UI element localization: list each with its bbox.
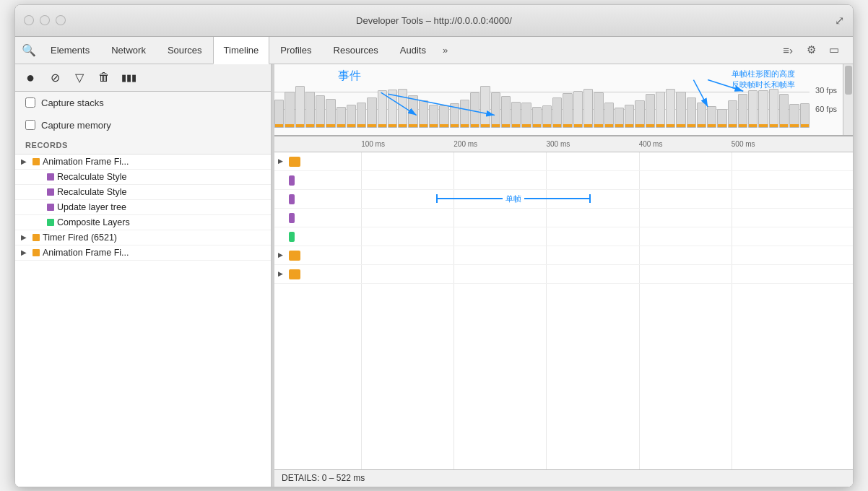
record-color-swatch <box>32 249 40 256</box>
record-label: Recalculate Style <box>57 172 261 182</box>
more-tabs-button[interactable]: » <box>437 37 453 64</box>
ruler-tick-500ms: 500 ms <box>732 140 755 148</box>
record-item[interactable]: Recalculate Style <box>15 185 271 200</box>
settings-icon[interactable]: ⚙ <box>801 40 821 60</box>
ruler-tick-200ms: 200 ms <box>453 140 477 148</box>
record-label: Timer Fired (6521) <box>43 233 261 243</box>
main-content: ● ⊘ ▽ 🗑 ▮▮▮ Capture stacks Capture memor… <box>15 64 853 487</box>
capture-memory-checkbox[interactable] <box>25 120 35 130</box>
minimize-button[interactable] <box>40 15 50 25</box>
record-button[interactable]: ● <box>22 69 38 85</box>
dock-icon[interactable]: ▭ <box>824 40 844 60</box>
single-frame-bracket: 单帧 <box>436 194 591 204</box>
timeline-row <box>274 227 853 246</box>
capture-stacks-row: Capture stacks <box>15 92 271 114</box>
record-item[interactable]: ▶ Animation Frame Fi... <box>15 155 271 170</box>
record-label: Animation Frame Fi... <box>43 157 261 167</box>
expand-arrow-icon: ▶ <box>21 248 30 256</box>
expand-icon[interactable]: ⤢ <box>835 14 844 27</box>
navbar: 🔍 Elements Network Sources Timeline Prof… <box>15 37 853 64</box>
row-expand-icon[interactable]: ▶ <box>274 157 286 165</box>
status-bar: DETAILS: 0 – 522 ms <box>274 469 853 487</box>
tab-elements[interactable]: Elements <box>40 37 100 64</box>
record-label: Update layer tree <box>57 202 261 212</box>
frame-bars <box>274 68 810 128</box>
record-label: Composite Layers <box>57 217 261 227</box>
record-label: Recalculate Style <box>57 187 261 197</box>
ruler-tick-400ms: 400 ms <box>639 140 663 148</box>
window-controls <box>24 15 66 25</box>
record-label: Animation Frame Fi... <box>43 248 261 258</box>
capture-stacks-checkbox[interactable] <box>25 97 35 108</box>
toolbar: ● ⊘ ▽ 🗑 ▮▮▮ <box>15 64 271 92</box>
timeline-ruler: 100 ms 200 ms 300 ms 400 ms 500 ms <box>274 136 853 152</box>
timeline-header: 30 fps 60 fps 单帧柱形图的高度 反映帧时长和帧率 事件 <box>274 64 853 136</box>
records-header: RECORDS <box>15 136 271 155</box>
close-button[interactable] <box>24 15 34 25</box>
tab-network[interactable]: Network <box>100 37 157 64</box>
record-color-swatch <box>47 188 54 196</box>
record-item[interactable]: Recalculate Style <box>15 170 271 185</box>
row-expand-icon[interactable]: ▶ <box>274 270 286 277</box>
record-color-swatch <box>47 173 54 181</box>
expand-arrow-icon: ▶ <box>21 157 30 165</box>
nav-icons: ≡› ⚙ ▭ <box>778 37 850 64</box>
record-item[interactable]: Update layer tree <box>15 200 271 215</box>
devtools-window: Developer Tools – http://0.0.0.0:4000/ ⤢… <box>14 4 854 487</box>
timeline-records: ▶ 单帧 <box>274 152 853 469</box>
console-icon[interactable]: ≡› <box>778 40 798 60</box>
fps-30-label: 30 fps <box>815 86 837 95</box>
tab-resources[interactable]: Resources <box>323 37 389 64</box>
record-color-swatch <box>47 204 54 211</box>
record-item[interactable]: Composite Layers <box>15 215 271 230</box>
tab-profiles[interactable]: Profiles <box>269 37 322 64</box>
tab-timeline[interactable]: Timeline <box>213 37 270 64</box>
ruler-tick-100ms: 100 ms <box>361 140 385 148</box>
timeline-row: 单帧 <box>274 190 853 209</box>
tab-audits[interactable]: Audits <box>389 37 437 64</box>
capture-memory-row: Capture memory <box>15 114 271 136</box>
search-icon[interactable]: 🔍 <box>18 37 40 64</box>
expand-arrow-icon: ▶ <box>21 233 30 241</box>
timeline-row <box>274 171 853 190</box>
timeline-row: ▶ <box>274 265 853 284</box>
timeline-row: ▶ <box>274 246 853 265</box>
record-color-swatch <box>32 158 40 165</box>
timeline-row <box>274 209 853 227</box>
timeline-bar <box>289 175 295 186</box>
timeline-bar <box>289 269 300 279</box>
record-color-swatch <box>47 219 54 226</box>
tab-sources[interactable]: Sources <box>157 37 213 64</box>
stop-button[interactable]: ⊘ <box>47 69 63 85</box>
left-panel: ● ⊘ ▽ 🗑 ▮▮▮ Capture stacks Capture memor… <box>15 64 272 487</box>
capture-memory-label: Capture memory <box>41 120 111 131</box>
single-frame-label: 单帧 <box>503 194 524 204</box>
delete-button[interactable]: 🗑 <box>96 69 112 85</box>
window-title: Developer Tools – http://0.0.0.0:4000/ <box>356 15 512 26</box>
filter-button[interactable]: ▽ <box>71 69 87 85</box>
row-expand-icon[interactable]: ▶ <box>274 251 286 258</box>
timeline-bar <box>289 194 295 204</box>
timeline-bar <box>289 232 295 242</box>
timeline-row: ▶ <box>274 152 853 171</box>
timeline-bar <box>289 157 300 167</box>
timeline-bar <box>289 213 295 223</box>
right-panel: 30 fps 60 fps 单帧柱形图的高度 反映帧时长和帧率 事件 <box>274 64 853 487</box>
scrollbar-thumb[interactable] <box>845 66 852 95</box>
chart-button[interactable]: ▮▮▮ <box>121 69 136 85</box>
ruler-tick-300ms: 300 ms <box>546 140 570 148</box>
status-text: DETAILS: 0 – 522 ms <box>282 473 365 483</box>
record-color-swatch <box>32 234 40 241</box>
vertical-scrollbar[interactable] <box>843 64 853 135</box>
maximize-button[interactable] <box>56 15 66 25</box>
records-section: RECORDS ▶ Animation Frame Fi... Recalcul… <box>15 136 271 487</box>
record-item[interactable]: ▶ Animation Frame Fi... <box>15 246 271 261</box>
timeline-bar <box>289 251 300 261</box>
record-item[interactable]: ▶ Timer Fired (6521) <box>15 230 271 246</box>
fps-60-label: 60 fps <box>815 105 837 113</box>
titlebar: Developer Tools – http://0.0.0.0:4000/ ⤢ <box>15 5 853 37</box>
capture-stacks-label: Capture stacks <box>41 97 104 108</box>
